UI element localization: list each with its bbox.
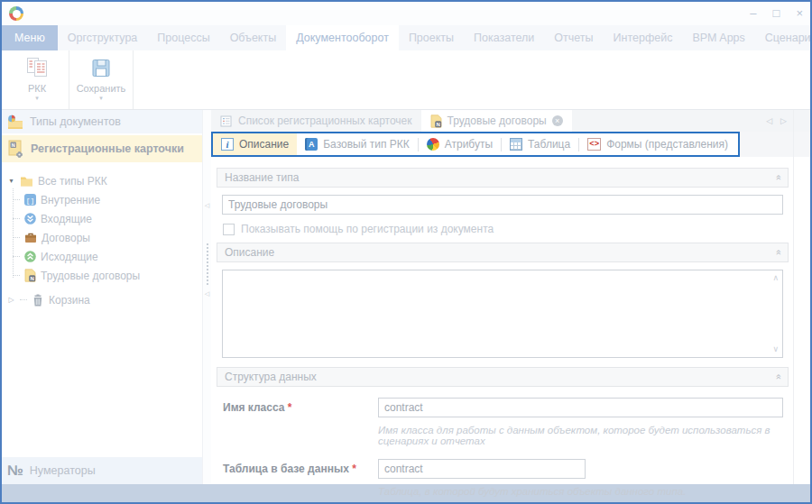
collapse-left-icon[interactable]: ◁ [205,202,209,209]
tab-label: Список регистрационных карточек [238,115,412,127]
view-tab-table[interactable]: Таблица [502,133,578,155]
tree-item-all-rkk-types[interactable]: ▾ Все типы РКК [2,171,202,190]
tree-item-outgoing[interactable]: Исходящие [2,247,202,266]
view-toolbar: i Описание A Базовый тип РКК Атрибуты [211,132,740,157]
tree-branch-line [13,218,20,219]
scroll-down-icon[interactable]: ∨ [772,345,779,353]
view-tab-forms[interactable]: <> Формы (представления) [579,133,736,155]
section-header-data-structure[interactable]: Структура данных » [217,367,789,387]
menu-item-document-flow[interactable]: Документооборот [286,25,399,50]
tree-item-label: Трудовые договоры [41,270,140,282]
menu-item-interface[interactable]: Интерфейс [604,25,683,50]
sidebar: Типы документов N Регистрационные карточ… [2,110,202,484]
description-form: Название типа » Показывать помощь по рег… [217,168,789,504]
view-toolbar-row: i Описание A Базовый тип РКК Атрибуты [211,132,810,157]
menu-button[interactable]: Меню [2,25,58,50]
maximize-button[interactable]: □ [773,6,780,21]
section-title: Структура данных [225,371,317,383]
save-floppy-icon [89,57,113,80]
tree-branch-line [13,256,20,257]
tree-item-internal[interactable]: [] Внутренние [2,190,202,209]
tree-expander-closed-icon[interactable]: ▷ [7,296,15,304]
outgoing-chevrons-icon [24,251,36,262]
tree-item-contracts[interactable]: Договоры [2,228,202,247]
sidebar-item-registration-cards[interactable]: N Регистрационные карточки [2,135,202,162]
trash-icon [32,294,44,307]
view-tab-label: Атрибуты [445,138,493,151]
sidebar-item-numerators[interactable]: № Нумераторы [2,457,202,484]
tree-item-label: Внутренние [41,194,100,206]
tab-nav-prev-button[interactable]: ◁ [766,116,772,125]
class-name-input[interactable] [378,398,783,417]
view-tab-base-rkk-type[interactable]: A Базовый тип РКК [297,133,418,155]
app-logo-icon [9,6,23,21]
ribbon-separator [69,50,69,109]
required-mark: * [352,463,356,475]
type-name-input[interactable] [222,195,783,215]
menu-item-orgstructure[interactable]: Оргструктура [58,25,147,50]
svg-text:N: N [31,276,34,281]
tree-item-label: Все типы РКК [38,175,107,188]
labor-contract-doc-icon: N [24,269,36,282]
tree-branch-line [13,199,20,200]
description-textarea[interactable] [222,270,783,358]
menu-item-objects[interactable]: Объекты [220,25,287,50]
scroll-up-icon[interactable]: ∧ [772,274,779,282]
tree-item-labor-contracts[interactable]: N Трудовые договоры [2,266,202,285]
menu-bar: Меню Оргструктура Процессы Объекты Докум… [2,25,810,50]
sidebar-item-document-types[interactable]: Типы документов [2,110,202,133]
view-tab-label: Базовый тип РКК [323,138,410,151]
tab-label: Трудовые договоры [448,115,547,127]
tree-item-label: Договоры [42,232,90,244]
svg-text:[]: [] [26,197,35,205]
menu-item-processes[interactable]: Процессы [147,25,219,50]
menu-item-scenarios[interactable]: Сценарии [755,25,812,50]
tree-item-incoming[interactable]: Входящие [2,209,202,228]
view-tab-attributes[interactable]: Атрибуты [419,133,501,155]
internal-brackets-icon: [] [24,194,36,206]
view-tab-label: Формы (представления) [606,138,728,151]
tree-item-label: Входящие [41,213,92,225]
sidebar-item-label: Регистрационные карточки [31,142,184,155]
db-table-hint: Таблица, в которой будут храниться объек… [378,486,783,497]
section-header-description[interactable]: Описание » [217,243,789,262]
tab-registration-cards-list[interactable]: Список регистрационных карточек [211,110,421,132]
view-tab-description[interactable]: i Описание [213,133,297,155]
db-table-field-row: Таблица в базе данных * Таблица, в котор… [223,459,783,497]
dropdown-arrow-icon: ▾ [35,95,39,102]
svg-text:N: N [12,142,15,148]
menu-item-indicators[interactable]: Показатели [464,25,544,50]
app-window: – □ × Меню Оргструктура Процессы Объекты… [0,0,812,504]
menu-item-bpm-apps[interactable]: BPM Apps [682,25,754,50]
tab-nav-next-button[interactable]: ▷ [780,116,787,125]
tree-branch-line [20,299,27,300]
sidebar-splitter[interactable]: ◁ ◁ [202,110,211,484]
info-icon: i [221,138,234,151]
menu-item-reports[interactable]: Отчеты [544,25,603,50]
splitter-grip[interactable] [207,243,208,285]
close-button[interactable]: × [796,6,803,21]
tree-item-label: Исходящие [41,251,98,263]
rkk-button-label: РКК [28,83,46,94]
tab-labor-contracts[interactable]: N Трудовые договоры × [421,110,572,132]
tree-expander-open-icon[interactable]: ▾ [7,177,15,185]
ribbon-toolbar: РКК ▾ Сохранить ▾ [2,50,810,110]
reg-card-list-icon [220,115,233,127]
section-collapse-icon[interactable]: » [772,250,783,255]
section-header-type-name[interactable]: Название типа » [217,168,789,188]
tree-item-trash[interactable]: ▷ Корзина [2,290,202,309]
section-collapse-icon[interactable]: » [772,374,783,380]
folder-chart-icon [6,114,23,130]
collapse-left-icon[interactable]: ◁ [205,290,209,298]
tab-close-icon[interactable]: × [552,115,563,126]
forms-code-icon: <> [587,138,601,151]
tree-item-label: Корзина [49,294,90,307]
section-collapse-icon[interactable]: » [772,175,783,180]
rkk-button[interactable]: РКК ▾ [7,50,67,109]
save-button[interactable]: Сохранить ▾ [71,50,131,109]
show-help-checkbox[interactable] [223,224,235,235]
main-content: Список регистрационных карточек N Трудов… [211,110,810,484]
minimize-button[interactable]: – [750,6,756,21]
menu-item-projects[interactable]: Проекты [399,25,464,50]
db-table-input[interactable] [378,459,586,479]
